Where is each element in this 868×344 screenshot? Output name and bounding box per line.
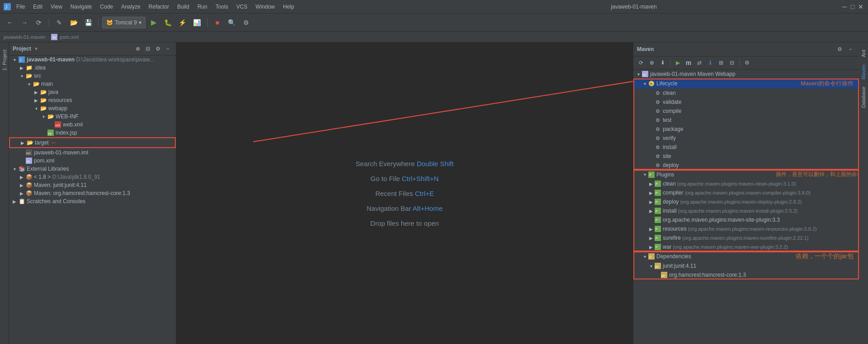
lifecycle-item-icon-deploy: ⚙ — [654, 162, 661, 169]
maven-plugins-header[interactable]: ▾ P Plugins 插件，甚至可以删掉，和上面的命令行一样的 — [633, 170, 859, 179]
maven-lifecycle-deploy[interactable]: ▶ ⚙ deploy — [633, 161, 859, 170]
maven-script-button[interactable]: m — [684, 58, 693, 68]
maven-plugin-war[interactable]: ▶ P war (org.apache.maven.plugins:maven-… — [633, 242, 859, 251]
settings-button[interactable]: ⚙ — [240, 16, 253, 29]
menu-view[interactable]: View — [47, 3, 66, 11]
menu-navigate[interactable]: Navigate — [67, 3, 95, 11]
maven-lifecycle-clean[interactable]: ▶ ⚙ clean — [633, 88, 859, 98]
tree-item-webapp[interactable]: ▾ 📂 webapp — [9, 104, 176, 112]
tomcat-dropdown[interactable]: 🐱 Tomcat 9 ▾ — [102, 17, 146, 28]
maven-toggle-button[interactable]: ⇄ — [694, 58, 704, 68]
open-button[interactable]: 📂 — [67, 16, 80, 29]
menu-vcs[interactable]: VCS — [233, 3, 251, 11]
maven-expand-button[interactable]: ⊞ — [716, 58, 726, 68]
menu-analyze[interactable]: Analyze — [118, 3, 144, 11]
maven-dep-junit-parent[interactable]: ▾ jar junit:junit:4.11 — [633, 261, 859, 270]
maven-lifecycle-install[interactable]: ▶ ⚙ install — [633, 143, 859, 152]
tree-item-webinf[interactable]: ▾ 📂 WEB-INF — [9, 112, 176, 121]
tree-item-indexjsp[interactable]: ▶ jsp index.jsp — [9, 129, 176, 137]
tree-item-extlibs[interactable]: ▾ 📚 External Libraries — [9, 165, 176, 173]
maven-plugin-site[interactable]: ▶ P org.apache.maven.plugins:maven-site-… — [633, 215, 859, 224]
tree-item-java[interactable]: ▶ 📂 java — [9, 88, 176, 96]
menu-file[interactable]: File — [13, 3, 28, 11]
maven-settings-button[interactable]: ⚙ — [835, 44, 844, 54]
menu-code[interactable]: Code — [96, 3, 117, 11]
close-project-button[interactable]: − — [163, 44, 172, 53]
maven-lifecycle-test[interactable]: ▶ ⚙ test — [633, 116, 859, 125]
maven-dep-hamcrest[interactable]: ▶ jar org.hamcrest:hamcrest-core:1.3 — [633, 270, 859, 279]
tree-item-iml[interactable]: ▶ iml javaweb-01-maven.iml — [9, 149, 176, 157]
tomcat-label: Tomcat 9 — [115, 19, 137, 26]
maven-lifecycle-compile[interactable]: ▶ ⚙ compile — [633, 107, 859, 116]
maven-side-tab[interactable]: Maven — [859, 61, 868, 83]
maven-close-button[interactable]: − — [845, 44, 855, 54]
maven-root-item[interactable]: ▾ m javaweb-01-maven Maven Webapp — [633, 70, 859, 79]
breadcrumb-project[interactable]: javaweb-01-maven — [4, 34, 46, 40]
maven-run-button[interactable]: ▶ — [673, 58, 683, 68]
search-everywhere-button[interactable]: 🔍 — [226, 16, 238, 29]
collapse-arrow-main: ▾ — [25, 82, 33, 87]
close-button[interactable]: ✕ — [857, 3, 864, 10]
tree-item-target[interactable]: ▶ 📂 target ← — [9, 137, 176, 148]
ant-side-tab[interactable]: Ant — [859, 46, 868, 61]
maven-lifecycle-verify[interactable]: ▶ ⚙ verify — [633, 134, 859, 143]
maven-lifecycle-site[interactable]: ▶ ⚙ site — [633, 152, 859, 161]
maven-add-button[interactable]: ⊕ — [647, 58, 657, 68]
tree-item-root[interactable]: ▾ J javaweb-01-maven D:\Java\Idea-worksp… — [9, 56, 176, 64]
tree-label-junit: Maven: junit:junit:4.11 — [34, 182, 87, 188]
forward-button[interactable]: → — [18, 16, 31, 29]
maven-filter-button[interactable]: ⚙ — [742, 58, 752, 68]
maven-deps-header[interactable]: ▾ D Dependencies 依赖，一个个的jar包 — [633, 251, 859, 261]
tree-item-idea[interactable]: ▶ 📁 .idea — [9, 64, 176, 72]
menu-refactor[interactable]: Refactor — [145, 3, 173, 11]
sync-button[interactable]: ⟳ — [33, 16, 45, 29]
minimize-button[interactable]: ─ — [841, 3, 848, 10]
menu-window[interactable]: Window — [252, 3, 278, 11]
debug-button[interactable]: 🐛 — [162, 16, 175, 29]
profile-button[interactable]: 📊 — [191, 16, 203, 29]
database-side-tab[interactable]: Database — [859, 83, 868, 112]
maven-plugin-deploy[interactable]: ▶ P deploy (org.apache.maven.plugins:mav… — [633, 197, 859, 206]
maven-plugin-compiler[interactable]: ▶ P compiler (org.apache.maven.plugins:m… — [633, 188, 859, 197]
coverage-button[interactable]: ⚡ — [176, 16, 189, 29]
maven-info-button[interactable]: ℹ — [705, 58, 715, 68]
menu-run[interactable]: Run — [194, 3, 211, 11]
stop-button[interactable]: ■ — [211, 16, 224, 29]
breadcrumb-file[interactable]: pom.xml — [60, 34, 79, 40]
scratches-icon: 📋 — [18, 198, 25, 205]
maven-plugin-surefire[interactable]: ▶ P surefire (org.apache.maven.plugins:m… — [633, 233, 859, 242]
maximize-button[interactable]: □ — [849, 3, 856, 10]
left-side-tabs: 1: Project — [0, 42, 9, 344]
tree-item-main[interactable]: ▾ 📂 main — [9, 80, 176, 88]
tree-item-scratches[interactable]: ▶ 📋 Scratches and Consoles — [9, 197, 176, 205]
tree-item-webxml[interactable]: ▶ xml web.xml — [9, 121, 176, 129]
tree-item-jdk[interactable]: ▶ 📦 < 1.8 > D:\Java\jdk1.8.0_91 — [9, 173, 176, 181]
tree-item-src[interactable]: ▾ 📂 src — [9, 72, 176, 80]
run-config-edit[interactable]: ✎ — [53, 16, 66, 29]
maven-download-button[interactable]: ⬇ — [658, 58, 668, 68]
menu-tools[interactable]: Tools — [212, 3, 232, 11]
back-button[interactable]: ← — [4, 16, 16, 29]
menu-help[interactable]: Help — [279, 3, 298, 11]
maven-refresh-button[interactable]: ⟳ — [636, 58, 646, 68]
tree-item-resources[interactable]: ▶ 📂 resources — [9, 96, 176, 104]
run-button[interactable]: ▶ — [147, 16, 160, 29]
project-settings-button[interactable]: ⚙ — [153, 44, 162, 53]
maven-lifecycle-header[interactable]: ▾ ⟳ Lifecycle Maven的命令行操作 — [633, 79, 859, 88]
maven-plugin-install[interactable]: ▶ P install (org.apache.maven.plugins:ma… — [633, 206, 859, 215]
project-side-tab[interactable]: 1: Project — [0, 46, 9, 74]
maven-plugin-clean[interactable]: ▶ P clean (org.apache.maven.plugins:mave… — [633, 179, 859, 188]
maven-lifecycle-validate[interactable]: ▶ ⚙ validate — [633, 98, 859, 107]
maven-collapse-button[interactable]: ⊟ — [727, 58, 737, 68]
menu-edit[interactable]: Edit — [29, 3, 46, 11]
menu-build[interactable]: Build — [174, 3, 193, 11]
maven-plugin-resources[interactable]: ▶ P resources (org.apache.maven.plugins:… — [633, 224, 859, 233]
maven-plugin-install-label: install — [663, 208, 677, 214]
maven-lifecycle-package[interactable]: ▶ ⚙ package — [633, 125, 859, 134]
add-content-root-button[interactable]: ⊕ — [133, 44, 142, 53]
collapse-all-button[interactable]: ⊟ — [143, 44, 152, 53]
tree-item-hamcrest[interactable]: ▶ 📦 Maven: org.hamcrest:hamcrest-core:1.… — [9, 189, 176, 197]
save-button[interactable]: 💾 — [82, 16, 94, 29]
tree-item-junit[interactable]: ▶ 📦 Maven: junit:junit:4.11 — [9, 181, 176, 189]
tree-item-pom[interactable]: ▶ m pom.xml — [9, 157, 176, 165]
